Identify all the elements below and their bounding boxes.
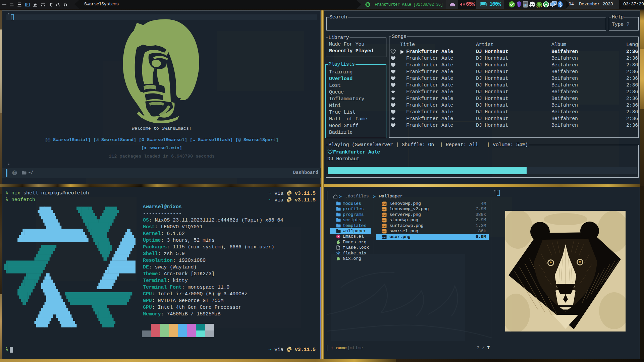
svg-text:PNG: PNG (382, 225, 386, 227)
svg-text:PNG: PNG (382, 220, 386, 222)
svg-text:PNG: PNG (382, 236, 386, 238)
svg-text:PNG: PNG (382, 208, 386, 210)
svg-text:PNG: PNG (382, 231, 386, 233)
svg-text:PNG: PNG (382, 214, 386, 216)
svg-text:PNG: PNG (382, 203, 386, 205)
svg-text:E: E (13, 171, 16, 175)
